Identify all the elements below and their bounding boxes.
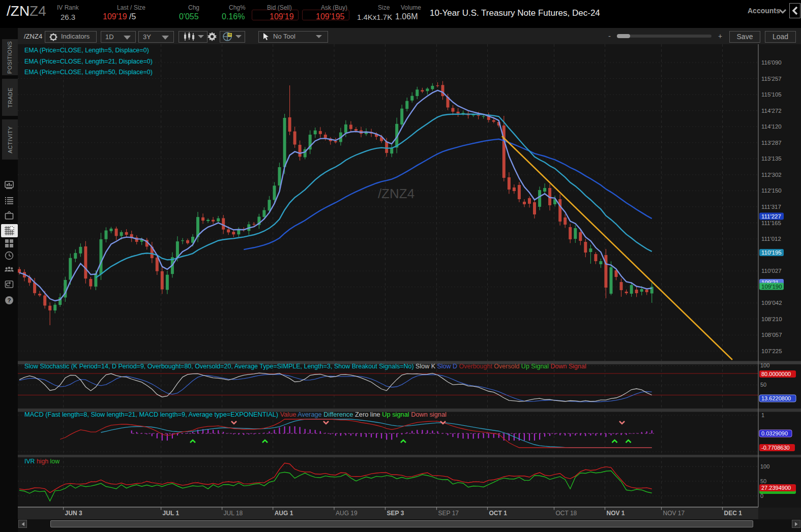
svg-text:110'195: 110'195 — [761, 249, 782, 256]
svg-text:27.2394900: 27.2394900 — [761, 485, 791, 491]
svg-text:108'210: 108'210 — [761, 316, 782, 322]
svg-text:-0.7708630: -0.7708630 — [761, 445, 790, 451]
svg-text:113'287: 113'287 — [761, 140, 782, 146]
svg-text:113'135: 113'135 — [761, 155, 782, 162]
svg-text:110'027: 110'027 — [761, 268, 782, 274]
svg-text:109'190: 109'190 — [761, 284, 782, 290]
svg-text:111'317: 111'317 — [761, 204, 781, 210]
svg-text:NOV 1: NOV 1 — [607, 510, 625, 517]
svg-text:50: 50 — [760, 382, 766, 388]
svg-text:OCT 1: OCT 1 — [489, 510, 508, 517]
svg-text:107'225: 107'225 — [761, 348, 782, 354]
svg-text:AUG 19: AUG 19 — [336, 510, 358, 517]
svg-text:50: 50 — [760, 478, 766, 484]
svg-text:DEC 1: DEC 1 — [724, 510, 743, 517]
svg-text:OCT 18: OCT 18 — [556, 510, 577, 517]
svg-text:100: 100 — [760, 362, 769, 368]
svg-text:13.6220800: 13.6220800 — [761, 395, 791, 401]
svg-text:112'302: 112'302 — [761, 172, 782, 178]
svg-text:1: 1 — [761, 412, 764, 418]
svg-text:SEP 17: SEP 17 — [438, 510, 459, 517]
svg-text:0.0329090: 0.0329090 — [761, 430, 788, 436]
svg-text:111'165: 111'165 — [761, 220, 781, 226]
svg-text:111'012: 111'012 — [761, 236, 781, 242]
svg-text:100: 100 — [760, 463, 769, 470]
svg-text:NOV 17: NOV 17 — [663, 510, 685, 517]
svg-text:?: ? — [7, 297, 11, 303]
svg-text:SEP 3: SEP 3 — [387, 510, 404, 517]
svg-text:114'120: 114'120 — [761, 123, 782, 130]
svg-text:111'227: 111'227 — [761, 213, 781, 220]
svg-text:JUN 3: JUN 3 — [65, 510, 82, 517]
svg-text:114'272: 114'272 — [761, 108, 782, 114]
svg-text:AUG 1: AUG 1 — [275, 510, 293, 517]
svg-text:JUL 1: JUL 1 — [163, 510, 180, 517]
svg-text:115'257: 115'257 — [761, 76, 782, 82]
svg-text:80.0000000: 80.0000000 — [761, 371, 791, 377]
svg-text:JUL 18: JUL 18 — [224, 510, 243, 517]
svg-text:116'090: 116'090 — [761, 59, 782, 66]
svg-text:/ZNZ4: /ZNZ4 — [378, 186, 414, 201]
svg-text:112'150: 112'150 — [761, 187, 782, 194]
svg-text:109'042: 109'042 — [761, 300, 782, 306]
svg-text:108'057: 108'057 — [761, 332, 782, 338]
svg-text:115'105: 115'105 — [761, 91, 782, 98]
